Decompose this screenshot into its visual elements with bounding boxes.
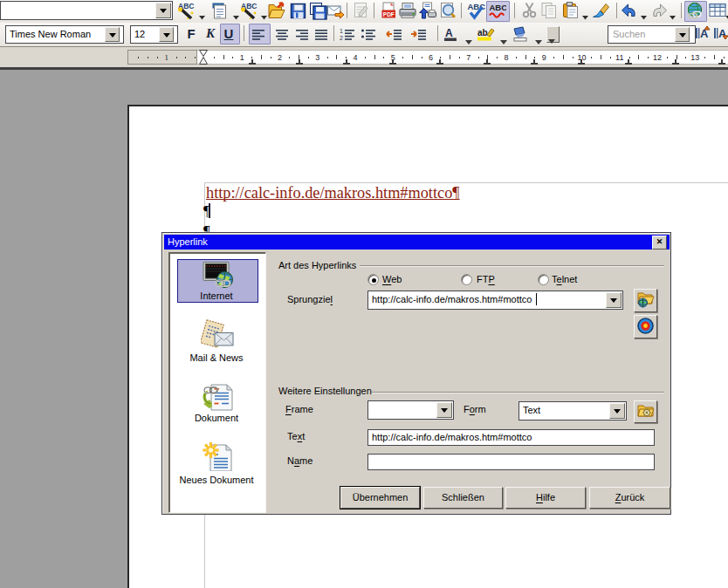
svg-text:ABC: ABC (468, 2, 486, 11)
svg-text:ab: ab (477, 28, 488, 38)
svg-text:PDF: PDF (383, 11, 395, 17)
svg-text:2: 2 (340, 35, 343, 41)
svg-text:1: 1 (340, 28, 343, 34)
svg-text:ABC: ABC (490, 3, 507, 12)
svg-text:A: A (445, 27, 453, 39)
